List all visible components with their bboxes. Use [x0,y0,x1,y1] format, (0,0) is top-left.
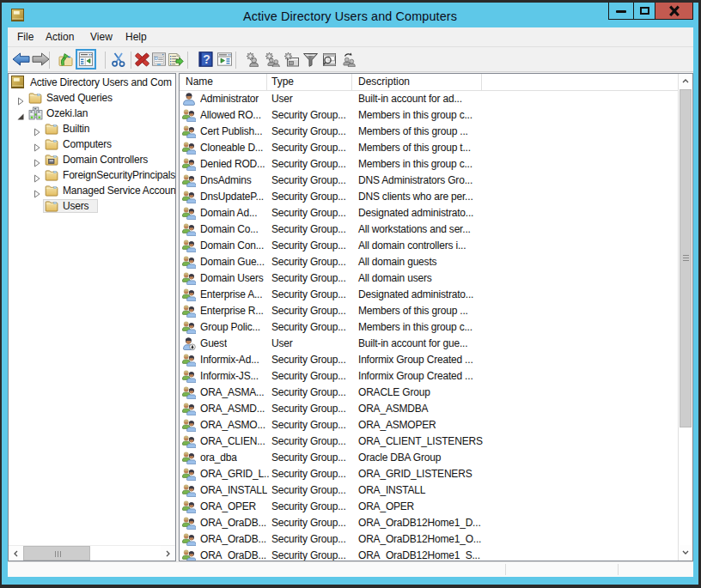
svg-text:?: ? [203,52,210,66]
